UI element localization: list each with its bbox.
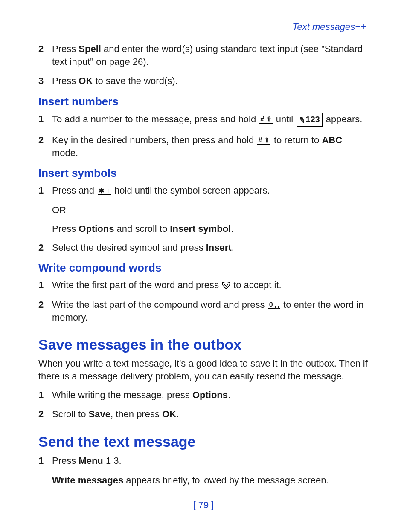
text-bold: Save <box>89 409 110 419</box>
text: Press <box>52 43 78 54</box>
subheading-insert-symbols: Insert symbols <box>38 167 369 180</box>
hash-key-icon: # ⇧ <box>257 137 270 145</box>
text-bold: Insert symbol <box>170 223 231 234</box>
text: . <box>232 242 234 253</box>
text: , then press <box>110 409 162 419</box>
item-number: 3 <box>38 75 52 87</box>
heading-send-message: Send the text message <box>38 434 369 450</box>
item-number: 1 <box>38 389 52 402</box>
item-number: 2 <box>38 241 52 254</box>
text: Press and <box>52 185 97 196</box>
text: Select the desired symbol and press <box>52 242 206 253</box>
text-bold: Options <box>192 390 228 400</box>
text: While writing the message, press <box>52 390 192 400</box>
text: Write the first part of the word and pre… <box>52 280 221 290</box>
options-instruction: Press Options and scroll to Insert symbo… <box>52 223 369 235</box>
item-body: Scroll to Save, then press OK. <box>52 408 369 421</box>
text: Key in the desired numbers, then press a… <box>52 135 256 145</box>
text: Write the last part of the compound word… <box>52 299 267 310</box>
send-note: Write messages appears briefly, followed… <box>52 474 369 487</box>
item-number: 2 <box>38 43 52 68</box>
manual-page: Text messages++ 2 Press Spell and enter … <box>0 0 407 532</box>
list-item: 1 To add a number to the message, press … <box>38 113 369 127</box>
item-body: Key in the desired numbers, then press a… <box>52 134 369 159</box>
badge-text: 123 <box>305 115 320 124</box>
text: to return to <box>274 135 322 145</box>
heading-save-outbox: Save messages in the outbox <box>38 336 369 353</box>
subheading-insert-numbers: Insert numbers <box>38 95 369 108</box>
text: appears. <box>326 114 363 124</box>
hash-key-icon: # ⇧ <box>259 116 272 124</box>
text: to accept it. <box>233 280 282 290</box>
item-body: Select the desired symbol and press Inse… <box>52 241 369 254</box>
list-item: 2 Scroll to Save, then press OK. <box>38 408 369 421</box>
text: mode. <box>52 147 78 158</box>
text: Press <box>52 223 78 234</box>
list-item: 1 Press Menu 1 3. <box>38 454 369 467</box>
text: Press <box>52 75 78 86</box>
list-item: 2 Select the desired symbol and press In… <box>38 241 369 254</box>
item-body: Write the last part of the compound word… <box>52 298 369 324</box>
page-number: [ 79 ] <box>0 500 407 511</box>
star-key-icon: ✱ + <box>98 188 111 195</box>
zero-key-icon: 0 ␣ <box>268 301 280 309</box>
text-bold: ABC <box>322 135 342 145</box>
text: To add a number to the message, press an… <box>52 114 259 124</box>
text: hold until the symbol screen appears. <box>114 185 270 196</box>
list-item: 2 Key in the desired numbers, then press… <box>38 134 369 159</box>
list-item: 2 Write the last part of the compound wo… <box>38 298 369 324</box>
text: . <box>228 390 230 400</box>
navkey-down-icon <box>221 282 231 289</box>
item-body: Write the first part of the word and pre… <box>52 279 369 292</box>
text: Scroll to <box>52 409 89 419</box>
list-item: 1 Press and ✱ + hold until the symbol sc… <box>38 184 369 197</box>
item-number: 1 <box>38 279 52 292</box>
text: to save the word(s). <box>93 75 177 86</box>
list-item: 3 Press OK to save the word(s). <box>38 75 369 87</box>
item-number: 2 <box>38 408 52 421</box>
item-body: Press Menu 1 3. <box>52 454 369 467</box>
item-body: Press Spell and enter the word(s) using … <box>52 43 369 68</box>
item-number: 2 <box>38 298 52 324</box>
section-header: Text messages++ <box>38 21 369 32</box>
outbox-intro: When you write a text message, it's a go… <box>38 357 369 382</box>
text-bold: Write messages <box>52 475 123 486</box>
subheading-compound-words: Write compound words <box>38 261 369 275</box>
mode-123-icon: ✎123 <box>297 113 322 127</box>
text-bold: OK <box>162 409 176 419</box>
text: . <box>231 223 233 234</box>
text-bold: Spell <box>78 43 101 54</box>
list-item: 1 Write the first part of the word and p… <box>38 279 369 292</box>
text: 1 3. <box>103 455 122 466</box>
text: . <box>176 409 179 419</box>
text: Press <box>52 455 78 466</box>
text: until <box>276 114 296 124</box>
text-bold: Options <box>78 223 114 234</box>
item-number: 1 <box>38 184 52 197</box>
item-body: Press OK to save the word(s). <box>52 75 369 87</box>
item-number: 1 <box>38 454 52 467</box>
text: appears briefly, followed by the message… <box>123 475 329 486</box>
item-body: To add a number to the message, press an… <box>52 113 369 127</box>
text-bold: Insert <box>206 242 232 253</box>
text: and scroll to <box>114 223 170 234</box>
text-bold: OK <box>78 75 93 86</box>
text-bold: Menu <box>78 455 103 466</box>
item-body: Press and ✱ + hold until the symbol scre… <box>52 184 369 197</box>
item-body: While writing the message, press Options… <box>52 389 369 402</box>
or-text: OR <box>52 204 369 217</box>
list-item: 2 Press Spell and enter the word(s) usin… <box>38 43 369 68</box>
item-number: 2 <box>38 134 52 159</box>
item-number: 1 <box>38 113 52 127</box>
list-item: 1 While writing the message, press Optio… <box>38 389 369 402</box>
